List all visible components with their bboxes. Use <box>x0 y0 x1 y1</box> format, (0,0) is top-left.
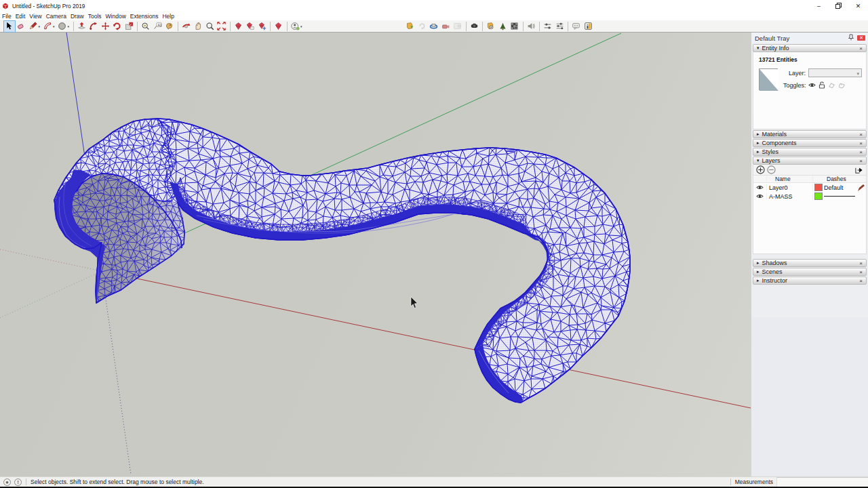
svg-text:A1: A1 <box>157 24 161 27</box>
